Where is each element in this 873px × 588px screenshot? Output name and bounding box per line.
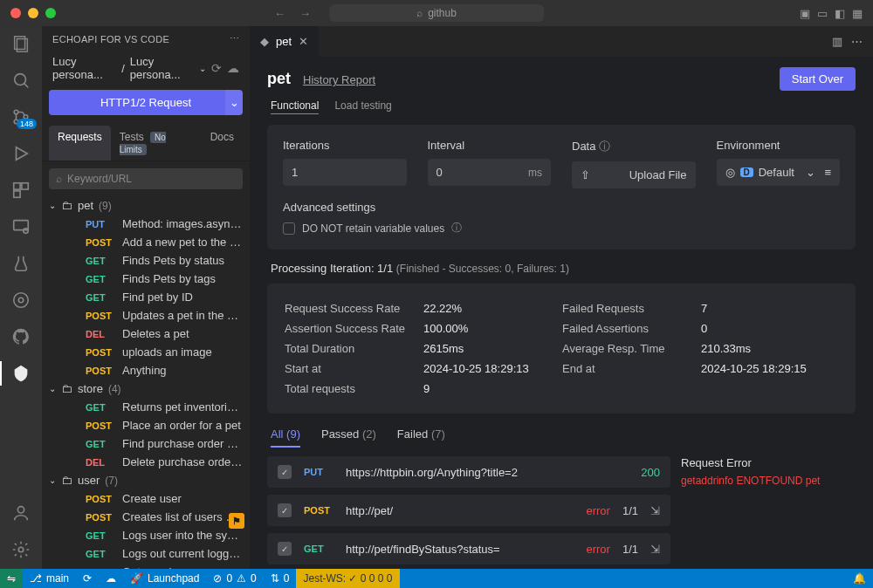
stats-cell: 100.00%	[423, 319, 560, 338]
bell-icon[interactable]: 🔔	[846, 572, 873, 585]
helper-badge-icon[interactable]: ⚑	[229, 513, 244, 529]
cloud-indicator[interactable]: ☁	[99, 572, 123, 585]
tree-item[interactable]: GETLogs out current logged in ...	[42, 544, 250, 563]
tree-item[interactable]: DELDelete purchase order by ID	[42, 453, 250, 471]
tree-item[interactable]: GETFinds Pets by tags	[42, 270, 250, 288]
tree-item[interactable]: GETFind purchase order by ID	[42, 434, 250, 453]
tree-item[interactable]: GETReturns pet inventories by ...	[42, 398, 250, 416]
expand-icon[interactable]: ⇲	[650, 543, 660, 556]
tree-item[interactable]: GETFinds Pets by status	[42, 251, 250, 270]
url: http://pet/	[346, 504, 574, 517]
mode-functional[interactable]: Functional	[271, 98, 319, 114]
search-icon[interactable]	[10, 70, 31, 91]
run-debug-icon[interactable]	[10, 143, 31, 164]
method-badge: GET	[304, 544, 333, 554]
tree-item[interactable]: POSTAnything	[42, 361, 250, 379]
tree-item[interactable]: DELDeletes a pet	[42, 325, 250, 343]
jest-status[interactable]: Jest-WS: ✓ 0 0 0 0	[296, 569, 399, 588]
mode-load[interactable]: Load testing	[334, 98, 391, 114]
sync-indicator[interactable]: ⟳	[76, 572, 99, 585]
tree-item[interactable]: GETFind pet by ID	[42, 288, 250, 306]
branch-indicator[interactable]: ⎇main	[23, 572, 76, 585]
tree-group[interactable]: ⌄🗀user (7)	[42, 471, 250, 489]
settings-gear-icon[interactable]	[10, 539, 31, 560]
new-request-button[interactable]: HTTP1/2 Request ⌄	[49, 90, 243, 115]
start-over-button[interactable]: Start Over	[780, 67, 856, 91]
tree-item[interactable]: POSTUpdates a pet in the store ...	[42, 306, 250, 325]
maximize-window-icon[interactable]	[45, 8, 56, 18]
sidebar-more-icon[interactable]: ⋯	[230, 33, 239, 44]
tree-item[interactable]: POSTAdd a new pet to the store	[42, 233, 250, 251]
minimize-window-icon[interactable]	[28, 8, 38, 18]
tab-requests[interactable]: Requests	[49, 126, 111, 161]
env-select[interactable]: ◎DDefault ⌄≡	[717, 159, 841, 186]
layout-primary-icon[interactable]: ▣	[800, 7, 810, 20]
github-icon[interactable]	[10, 326, 31, 347]
cloud-download-icon[interactable]: ☁	[227, 61, 239, 75]
row-checkbox[interactable]: ✓	[278, 542, 292, 556]
ports-status[interactable]: ⇅0	[264, 572, 297, 585]
editor-tab[interactable]: ◆ pet ✕	[250, 26, 320, 57]
tree-group[interactable]: ⌄🗀pet (9)	[42, 196, 250, 215]
tree-item[interactable]: POSTCreate user	[42, 489, 250, 508]
command-center[interactable]: ⌕ github	[329, 4, 544, 22]
history-report-link[interactable]: History Report	[303, 73, 375, 86]
gitlens-icon[interactable]	[10, 290, 31, 311]
testing-icon[interactable]	[10, 253, 31, 274]
data-help-icon[interactable]: ⓘ	[599, 140, 610, 153]
back-icon[interactable]: ←	[274, 7, 285, 20]
results-tab-all[interactable]: All (9)	[271, 427, 300, 448]
remote-explorer-icon[interactable]	[10, 216, 31, 237]
stats-cell: 2615ms	[423, 339, 560, 358]
close-window-icon[interactable]	[10, 8, 21, 18]
item-label: Place an order for a pet	[122, 419, 241, 432]
row-checkbox[interactable]: ✓	[278, 503, 292, 517]
launchpad-status[interactable]: 🚀Launchpad	[123, 572, 206, 585]
tab-tests[interactable]: Tests No Limits	[111, 126, 202, 161]
tab-close-icon[interactable]: ✕	[299, 35, 308, 48]
iterations-input[interactable]: 1	[283, 159, 407, 186]
env-chevron-down-icon[interactable]: ⌄	[806, 166, 815, 179]
interval-input[interactable]: 0ms	[428, 159, 552, 186]
layout-panel-icon[interactable]: ▭	[817, 7, 828, 20]
remote-indicator[interactable]: ⇋	[0, 569, 23, 588]
result-row[interactable]: ✓GEThttp://pet/findByStatus?status=error…	[267, 533, 670, 564]
problems-status[interactable]: ⊘0 ⚠0	[206, 572, 263, 585]
chevron-down-icon[interactable]: ⌄	[199, 64, 206, 73]
forward-icon[interactable]: →	[299, 7, 311, 20]
tree-group[interactable]: ⌄🗀store (4)	[42, 379, 250, 398]
tree-item[interactable]: POSTuploads an image	[42, 343, 250, 361]
result-row[interactable]: ✓POSThttp://pet/error1/1⇲	[267, 495, 670, 526]
new-request-dropdown-icon[interactable]: ⌄	[225, 90, 243, 115]
cloud-sync-icon[interactable]: ⟳	[211, 61, 222, 75]
upload-file-button[interactable]: ⇧ Upload File	[572, 161, 696, 188]
workspace-breadcrumb[interactable]: Lucy persona... / Lucy persona... ⌄ ⟳ ☁	[42, 51, 250, 85]
account-icon[interactable]	[10, 503, 31, 523]
interval-unit: ms	[528, 167, 542, 179]
sidebar-search-input[interactable]: ⌕ Keyword/URL	[49, 168, 243, 189]
more-actions-icon[interactable]: ⋯	[851, 35, 863, 48]
expand-icon[interactable]: ⇲	[650, 504, 660, 517]
retain-checkbox[interactable]	[283, 222, 295, 235]
env-menu-icon[interactable]: ≡	[824, 166, 831, 179]
tree-item[interactable]: GETLogs user into the system	[42, 526, 250, 544]
source-control-icon[interactable]: 148	[10, 106, 31, 127]
source-control-badge: 148	[17, 119, 37, 129]
tree-item[interactable]: GETGet user by user name	[42, 563, 250, 569]
tree-item[interactable]: PUTMethod: images.asyncBat...	[42, 215, 250, 233]
echoapi-icon[interactable]	[10, 363, 31, 384]
result-row[interactable]: ✓PUThttps://httpbin.org/Anything?title=2…	[267, 456, 670, 488]
explorer-icon[interactable]	[10, 33, 31, 54]
tree-item[interactable]: POSTPlace an order for a pet	[42, 416, 250, 434]
layout-customize-icon[interactable]: ▦	[852, 7, 863, 20]
method-badge: GET	[86, 549, 115, 559]
layout-side-icon[interactable]: ◧	[835, 7, 845, 20]
results-tab-failed[interactable]: Failed (7)	[397, 427, 445, 448]
extensions-icon[interactable]	[10, 180, 31, 201]
tree-item[interactable]: POSTCreates list of users with g...	[42, 508, 250, 526]
row-checkbox[interactable]: ✓	[278, 465, 292, 479]
retain-help-icon[interactable]: ⓘ	[451, 221, 462, 236]
tab-docs[interactable]: Docs	[202, 126, 243, 161]
results-tab-passed[interactable]: Passed (2)	[321, 427, 376, 448]
split-editor-icon[interactable]: ▥	[832, 35, 842, 48]
